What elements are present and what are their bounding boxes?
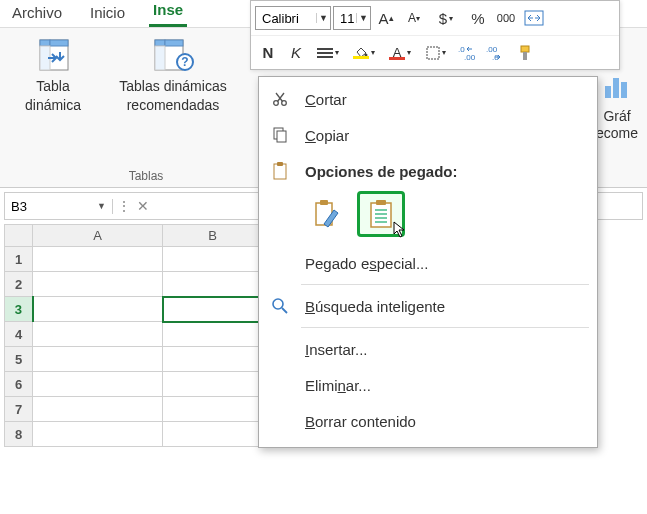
paste-default-icon — [366, 198, 396, 230]
clipboard-icon — [269, 161, 291, 181]
ctx-cut-label: Cortar — [305, 91, 347, 108]
ctx-paste-special-label: Pegado especial... — [305, 255, 428, 272]
ctx-copy-label: Copiar — [305, 127, 349, 144]
fill-color-button[interactable]: ▾ — [347, 40, 381, 66]
paste-keep-source-button[interactable] — [305, 193, 349, 235]
recommended-pivot-button[interactable]: ? Tablas dinámicas recomendadas — [108, 34, 238, 116]
copy-icon — [269, 125, 291, 145]
row-header-5[interactable]: 5 — [5, 347, 33, 372]
increase-font-button[interactable]: A▴ — [373, 5, 399, 31]
svg-text:.00: .00 — [464, 53, 476, 61]
tab-file[interactable]: Archivo — [8, 0, 66, 27]
italic-button[interactable]: K — [283, 40, 309, 66]
align-button[interactable]: ▾ — [311, 40, 345, 66]
row-header-1[interactable]: 1 — [5, 247, 33, 272]
search-icon — [269, 296, 291, 316]
chevron-down-icon: ▼ — [97, 201, 106, 211]
ctx-paste-head: Opciones de pegado: — [305, 163, 458, 180]
cell-B6[interactable] — [163, 372, 263, 397]
cell-B7[interactable] — [163, 397, 263, 422]
format-painter-button[interactable] — [511, 40, 537, 66]
cell-A5[interactable] — [33, 347, 163, 372]
cell-A8[interactable] — [33, 422, 163, 447]
row-header-6[interactable]: 6 — [5, 372, 33, 397]
group-label-tables: Tablas — [129, 169, 164, 183]
cell-B2[interactable] — [163, 272, 263, 297]
ctx-paste-special[interactable]: Pegado especial... — [259, 245, 597, 281]
separator — [301, 284, 589, 285]
pivot-table-label-1: Tabla — [36, 78, 69, 95]
spreadsheet-grid[interactable]: A B 1 2 3 4 5 6 7 8 — [4, 224, 263, 447]
svg-rect-16 — [605, 86, 611, 98]
pivot-table-button[interactable]: Tabla dinámica — [8, 34, 98, 116]
svg-rect-38 — [277, 162, 283, 166]
font-color-button[interactable]: A ▾ — [383, 40, 417, 66]
recommended-pivot-label-2: recomendadas — [127, 97, 220, 114]
ctx-smart-lookup[interactable]: Búsqueda inteligente — [259, 288, 597, 324]
cursor-icon — [393, 221, 407, 239]
svg-line-48 — [282, 308, 287, 313]
cell-B3[interactable] — [163, 297, 263, 322]
col-header-B[interactable]: B — [163, 225, 263, 247]
cell-B8[interactable] — [163, 422, 263, 447]
svg-rect-42 — [376, 200, 386, 205]
tab-insert[interactable]: Inse — [149, 0, 187, 27]
row-header-7[interactable]: 7 — [5, 397, 33, 422]
ctx-paste-options-row: Opciones de pegado: — [259, 153, 597, 189]
recommended-pivot-icon: ? — [151, 36, 195, 76]
ctx-delete-label: Eliminar... — [305, 377, 371, 394]
name-box[interactable]: B3 ▼ — [5, 199, 113, 214]
svg-rect-36 — [277, 131, 286, 142]
paintbrush-icon — [515, 45, 533, 61]
ctx-clear-contents[interactable]: Borrar contenido — [259, 403, 597, 439]
ctx-copy[interactable]: Copiar — [259, 117, 597, 153]
col-header-A[interactable]: A — [33, 225, 163, 247]
chevron-down-icon: ▼ — [356, 13, 370, 23]
cell-A7[interactable] — [33, 397, 163, 422]
percent-format-button[interactable]: % — [465, 5, 491, 31]
formula-dots-icon[interactable]: ⋮ — [117, 198, 131, 214]
paste-default-button[interactable] — [359, 193, 403, 235]
cell-A3[interactable] — [33, 297, 163, 322]
svg-rect-24 — [427, 47, 439, 59]
cell-A4[interactable] — [33, 322, 163, 347]
increase-decimal-button[interactable]: .0.00 — [455, 40, 481, 66]
tab-home[interactable]: Inicio — [86, 0, 129, 27]
cell-B5[interactable] — [163, 347, 263, 372]
bold-button[interactable]: N — [255, 40, 281, 66]
decrease-decimal-button[interactable]: .00.0 — [483, 40, 509, 66]
cell-A6[interactable] — [33, 372, 163, 397]
svg-text:?: ? — [181, 55, 188, 69]
comma-format-button[interactable]: 000 — [493, 5, 519, 31]
row-header-3[interactable]: 3 — [5, 297, 33, 322]
ctx-delete[interactable]: Eliminar... — [259, 367, 597, 403]
font-name-combo[interactable]: Calibri▼ — [255, 6, 331, 30]
select-all-corner[interactable] — [5, 225, 33, 247]
svg-rect-2 — [50, 40, 68, 46]
row-header-4[interactable]: 4 — [5, 322, 33, 347]
font-color-icon: A — [389, 46, 405, 60]
font-size-combo[interactable]: 11▼ — [333, 6, 371, 30]
row-header-8[interactable]: 8 — [5, 422, 33, 447]
ctx-clear-label: Borrar contenido — [305, 413, 416, 430]
cancel-formula-button[interactable]: ✕ — [137, 198, 149, 214]
svg-rect-6 — [165, 40, 183, 46]
ctx-insert[interactable]: Insertar... — [259, 331, 597, 367]
ctx-cut[interactable]: Cortar — [259, 81, 597, 117]
ctx-insert-label: Insertar... — [305, 341, 368, 358]
merge-icon — [524, 10, 544, 26]
svg-rect-37 — [274, 164, 286, 179]
separator — [301, 327, 589, 328]
cell-A2[interactable] — [33, 272, 163, 297]
cell-B4[interactable] — [163, 322, 263, 347]
cell-B1[interactable] — [163, 247, 263, 272]
currency-format-button[interactable]: $▾ — [429, 5, 463, 31]
merge-center-button[interactable] — [521, 5, 547, 31]
align-icon — [317, 47, 333, 59]
cell-A1[interactable] — [33, 247, 163, 272]
borders-button[interactable]: ▾ — [419, 40, 453, 66]
pivot-table-label-2: dinámica — [25, 97, 81, 114]
recommended-pivot-label-1: Tablas dinámicas — [119, 78, 226, 95]
decrease-font-button[interactable]: A▾ — [401, 5, 427, 31]
row-header-2[interactable]: 2 — [5, 272, 33, 297]
